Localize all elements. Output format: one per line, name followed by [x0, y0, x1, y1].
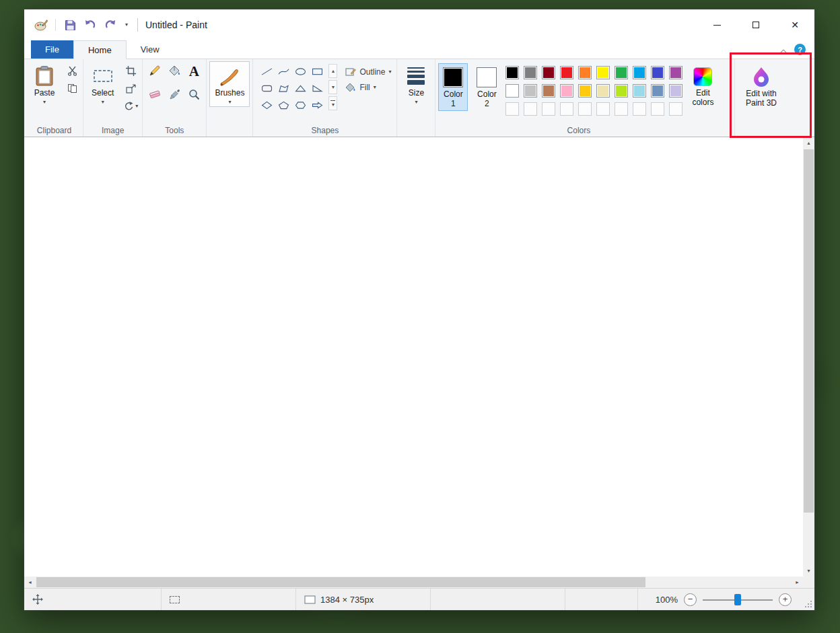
shape-diamond[interactable]: [258, 97, 275, 113]
resize-grip-icon[interactable]: [804, 600, 812, 608]
shape-right-triangle[interactable]: [309, 80, 325, 96]
palette-swatch-empty[interactable]: [560, 102, 573, 116]
zoom-slider[interactable]: [703, 593, 773, 606]
palette-swatch[interactable]: [542, 66, 555, 79]
color-picker-tool-button[interactable]: [165, 89, 184, 100]
palette-swatch[interactable]: [560, 66, 573, 79]
palette-swatch-empty[interactable]: [578, 102, 592, 116]
horizontal-scroll-thumb[interactable]: [36, 577, 645, 587]
zoom-level: 100%: [656, 595, 678, 605]
palette-swatch[interactable]: [633, 84, 646, 98]
shapes-scroll-down-button[interactable]: ▼: [328, 80, 337, 94]
cut-button[interactable]: [65, 65, 79, 77]
palette-swatch-empty[interactable]: [669, 102, 682, 116]
palette-swatch[interactable]: [615, 66, 628, 79]
shape-line[interactable]: [258, 63, 275, 79]
vertical-scrollbar[interactable]: ▲ ▼: [803, 137, 814, 576]
shape-rectangle[interactable]: [309, 63, 325, 79]
zoom-in-button[interactable]: +: [779, 593, 792, 606]
scroll-right-button[interactable]: ►: [792, 576, 803, 588]
size-content: Size ▾: [400, 61, 432, 124]
palette-swatch-empty[interactable]: [542, 102, 555, 116]
shapes-more-button[interactable]: ▼: [328, 96, 337, 110]
help-button[interactable]: ?: [794, 44, 806, 55]
brushes-button[interactable]: Brushes ▾: [209, 61, 250, 107]
size-button[interactable]: Size ▾: [400, 61, 432, 107]
color2-button[interactable]: Color 2: [472, 63, 501, 111]
palette-swatch[interactable]: [651, 84, 664, 98]
zoom-slider-thumb[interactable]: [734, 594, 741, 605]
brushes-group: Brushes ▾: [206, 59, 252, 137]
palette-swatch[interactable]: [524, 66, 537, 79]
shape-polygon[interactable]: [275, 80, 291, 96]
palette-swatch[interactable]: [669, 84, 682, 98]
palette-swatch[interactable]: [615, 84, 628, 98]
eraser-tool-button[interactable]: [145, 89, 164, 100]
scroll-up-button[interactable]: ▲: [803, 137, 814, 149]
palette-swatch-empty[interactable]: [596, 102, 610, 116]
tab-view[interactable]: View: [127, 40, 174, 59]
tab-home[interactable]: Home: [73, 40, 127, 59]
shapes-scroll-up-button[interactable]: ▲: [328, 64, 337, 78]
group-label-clipboard: Clipboard: [28, 124, 80, 137]
customize-qat-button[interactable]: ▾: [122, 16, 131, 34]
shape-curve[interactable]: [275, 63, 291, 79]
copy-button[interactable]: [65, 83, 79, 94]
undo-button[interactable]: [81, 16, 99, 34]
palette-swatch[interactable]: [669, 66, 682, 79]
rotate-button[interactable]: ▾: [124, 100, 138, 112]
palette-swatch[interactable]: [524, 84, 537, 98]
paint-app-icon[interactable]: [32, 16, 50, 34]
pencil-tool-button[interactable]: [145, 65, 164, 77]
fill-tool-button[interactable]: [165, 65, 184, 77]
maximize-button[interactable]: [736, 9, 775, 40]
palette-swatch[interactable]: [578, 66, 592, 79]
close-button[interactable]: ✕: [775, 9, 814, 40]
shape-hexagon[interactable]: [292, 97, 308, 113]
copy-icon: [67, 83, 77, 94]
save-button[interactable]: [61, 16, 79, 34]
palette-swatch-empty[interactable]: [633, 102, 646, 116]
redo-button[interactable]: [102, 16, 119, 34]
shape-oval[interactable]: [292, 63, 308, 79]
magnifier-tool-button[interactable]: [184, 89, 203, 100]
group-label-colors: Colors: [438, 124, 719, 137]
color1-button[interactable]: Color 1: [438, 63, 468, 111]
resize-button[interactable]: [124, 83, 138, 94]
palette-swatch[interactable]: [596, 66, 610, 79]
palette-swatch[interactable]: [596, 84, 610, 98]
palette-swatch[interactable]: [560, 84, 573, 98]
edit-colors-button[interactable]: Edit colors: [687, 63, 719, 110]
palette-swatch[interactable]: [578, 84, 592, 98]
text-tool-button[interactable]: A: [184, 65, 203, 79]
palette-swatch-empty[interactable]: [524, 102, 537, 116]
palette-swatch[interactable]: [505, 66, 519, 79]
group-label-shapes: Shapes: [256, 124, 394, 137]
palette-swatch[interactable]: [633, 66, 646, 79]
zoom-out-button[interactable]: −: [684, 593, 697, 606]
crop-button[interactable]: [124, 65, 138, 77]
shape-arrow-right[interactable]: [309, 97, 325, 113]
outline-dropdown[interactable]: Outline ▾: [345, 67, 391, 77]
scroll-left-button[interactable]: ◄: [24, 576, 36, 588]
palette-swatch-empty[interactable]: [615, 102, 628, 116]
palette-swatch[interactable]: [542, 84, 555, 98]
palette-swatch-empty[interactable]: [651, 102, 664, 116]
select-button[interactable]: Select ▾: [86, 61, 119, 107]
palette-swatch[interactable]: [505, 84, 519, 98]
scroll-down-button[interactable]: ▼: [803, 565, 814, 576]
paste-button[interactable]: Paste ▾: [28, 61, 61, 107]
shape-triangle[interactable]: [292, 80, 308, 96]
palette-swatch[interactable]: [651, 66, 664, 79]
fill-dropdown[interactable]: Fill ▾: [345, 82, 391, 92]
minimize-button[interactable]: [697, 9, 736, 40]
shape-rounded-rectangle[interactable]: [258, 80, 275, 96]
shape-pentagon[interactable]: [275, 97, 291, 113]
edit-with-paint3d-button[interactable]: Edit with Paint 3D: [738, 61, 785, 110]
palette-swatch-empty[interactable]: [505, 102, 519, 116]
vertical-scroll-thumb[interactable]: [804, 149, 814, 513]
collapse-ribbon-button[interactable]: [780, 44, 787, 56]
drawing-canvas[interactable]: [24, 137, 803, 576]
horizontal-scrollbar[interactable]: ◄ ►: [24, 576, 803, 588]
tab-file[interactable]: File: [31, 40, 73, 59]
